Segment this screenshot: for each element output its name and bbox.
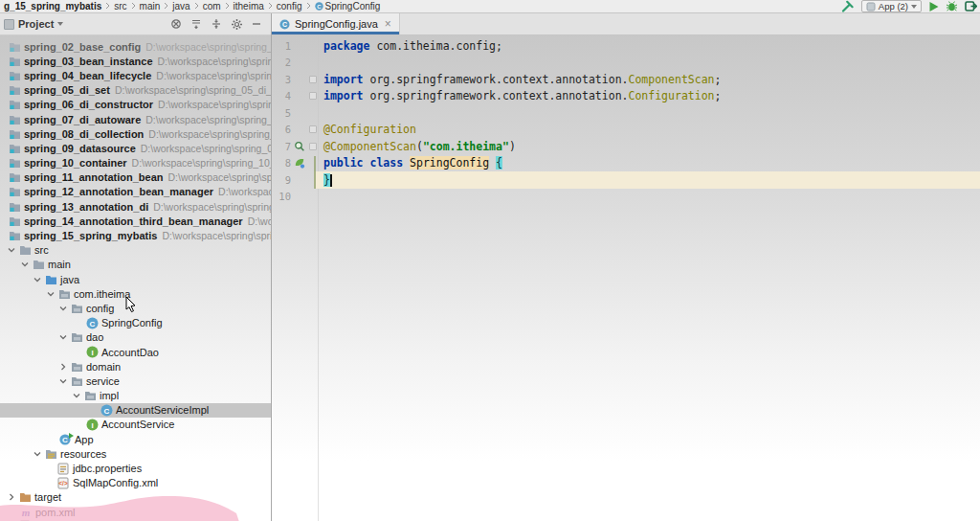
code-line[interactable]: 4import org.springframework.context.anno… (272, 88, 980, 105)
tree-row[interactable]: spring_11_annotation_beanD:\workspace\sp… (0, 170, 271, 185)
tree-row[interactable]: spring_06_di_constructorD:\workspace\spr… (0, 98, 271, 112)
tree-row[interactable]: CSpringConfig (0, 316, 271, 330)
tree-item-label: pom.xml (35, 507, 76, 518)
tree-row[interactable]: IAccountDao (0, 345, 271, 359)
tree-row[interactable]: spring_03_bean_instanceD:\workspace\spri… (0, 54, 271, 68)
tree-row[interactable]: main (0, 258, 271, 272)
tree-row[interactable]: spring_07_di_autowareD:\workspace\spring… (0, 112, 271, 126)
tree-row[interactable]: resources (0, 446, 271, 461)
code-text: public class SpringConfig { (318, 156, 502, 170)
chevron-down-icon[interactable] (33, 449, 45, 459)
breadcrumb-item[interactable]: config (276, 1, 303, 11)
tree-row[interactable]: mpom.xml (0, 505, 271, 519)
close-icon[interactable]: × (383, 18, 391, 30)
hide-panel-button[interactable] (252, 19, 261, 29)
line-number: 9 (272, 174, 291, 186)
tree-row[interactable]: </>SqlMapConfig.xml (0, 476, 271, 490)
breadcrumb-item[interactable]: java (171, 1, 190, 11)
chevron-down-icon[interactable] (72, 391, 84, 400)
chevron-right-icon[interactable] (58, 362, 71, 372)
module-icon (9, 157, 24, 169)
class-icon: C (100, 404, 116, 417)
tab-springconfig-java[interactable]: C SpringConfig.java × (272, 13, 400, 34)
tree-item-label: target (34, 491, 61, 503)
tree-row[interactable]: spring_04_bean_lifecycleD:\workspace\spr… (0, 68, 271, 82)
chevron-down-icon[interactable] (7, 245, 19, 255)
code-line[interactable]: 8public class SpringConfig { (272, 155, 980, 172)
locate-file-button[interactable] (170, 18, 182, 30)
chevron-down-icon[interactable] (58, 332, 71, 342)
tree-row[interactable]: src (0, 243, 271, 258)
tree-row[interactable]: dao (0, 330, 271, 345)
chevron-down-icon[interactable] (58, 304, 71, 313)
tree-row[interactable]: target (0, 490, 271, 505)
tree-row[interactable]: spring_14_annotation_third_bean_managerD… (0, 214, 271, 228)
breadcrumb-item[interactable]: CSpringConfig (314, 1, 382, 11)
breadcrumb-item[interactable]: main (139, 1, 162, 11)
app-config-icon (866, 2, 876, 11)
tree-row[interactable]: spring_10_containerD:\workspace\spring\s… (0, 156, 271, 170)
project-tree: spring_02_base_configD:\workspace\spring… (0, 39, 271, 521)
tree-row[interactable]: java (0, 272, 271, 286)
tree-row[interactable]: spring_05_di_setD:\workspace\spring\spri… (0, 83, 271, 98)
target-icon (19, 491, 34, 503)
chevron-down-icon[interactable] (58, 376, 71, 386)
code-editor[interactable]: 1package com.itheima.config;23import org… (272, 35, 980, 521)
chevron-right-icon[interactable] (7, 492, 19, 502)
debug-button[interactable] (946, 0, 958, 12)
breadcrumb-label: main (140, 1, 161, 11)
module-icon (9, 99, 24, 110)
run-button[interactable] (928, 0, 939, 12)
tree-item-label: config (86, 303, 114, 314)
breadcrumb-item[interactable]: g_15_spring_mybatis (3, 1, 102, 11)
code-line[interactable]: 2 (272, 55, 980, 72)
tree-row[interactable]: IAccountService (0, 418, 271, 432)
tree-item-path: D:\workspace\spring\spring (162, 230, 271, 241)
tree-row[interactable]: spring_15_spring_mybatisD:\workspace\spr… (0, 228, 271, 242)
project-panel-header: Project (0, 13, 271, 35)
tree-row[interactable]: jdbc.properties (0, 461, 271, 475)
tree-row[interactable]: CAccountServiceImpl (0, 403, 271, 418)
tree-row[interactable]: spring_08_di_collectionD:\workspace\spri… (0, 126, 271, 141)
collapse-all-button[interactable] (211, 18, 222, 30)
tree-row[interactable]: domain (0, 359, 271, 374)
tree-item-label: spring_12_annotation_bean_manager (24, 186, 213, 197)
chevron-down-icon[interactable] (33, 275, 45, 284)
tree-row[interactable]: CApp (0, 432, 271, 446)
code-line[interactable]: 7@ComponentScan("com.itheima") (272, 138, 980, 155)
build-hammer-icon[interactable] (841, 0, 855, 12)
code-line[interactable]: 1package com.itheima.config; (272, 37, 980, 55)
coverage-button[interactable] (965, 0, 977, 12)
tree-row[interactable]: com.itheima (0, 286, 271, 301)
code-text: import org.springframework.context.annot… (318, 73, 721, 86)
code-line[interactable]: 6@Configuration (272, 122, 980, 139)
text-caret (330, 174, 332, 187)
main-split: Project (0, 13, 980, 521)
project-panel: Project (0, 13, 272, 521)
run-configuration-select[interactable]: App (2) (861, 0, 922, 12)
breadcrumb-separator-icon (131, 2, 136, 11)
tree-row[interactable]: spring_13_annotation_diD:\workspace\spri… (0, 199, 271, 214)
interface-icon: I (86, 346, 101, 358)
code-line[interactable]: 9} (272, 171, 980, 189)
chevron-down-icon[interactable] (20, 260, 33, 269)
tree-row[interactable]: service (0, 374, 271, 388)
code-line[interactable]: 3import org.springframework.context.anno… (272, 71, 980, 88)
gear-icon[interactable] (231, 18, 243, 31)
breadcrumb-item[interactable]: com (202, 1, 222, 11)
expand-all-button[interactable] (190, 18, 202, 30)
project-title-dropdown[interactable]: Project (18, 18, 63, 30)
tree-row[interactable]: impl (0, 389, 271, 403)
breadcrumb-item[interactable]: src (113, 1, 127, 11)
chevron-down-icon[interactable] (46, 289, 58, 299)
tree-row[interactable]: spring_09_datasourceD:\workspace\spring\… (0, 141, 271, 155)
project-title: Project (18, 18, 54, 30)
tree-row[interactable]: spring_12_annotation_bean_managerD:\work… (0, 185, 271, 199)
code-line[interactable]: 5 (272, 104, 980, 122)
tree-row[interactable]: config (0, 301, 271, 315)
tree-row[interactable]: spring_02_base_configD:\workspace\spring… (0, 39, 271, 54)
tree-item-path: D:\workspace\spring\spring_09_ (141, 143, 271, 154)
code-line[interactable]: 10 (272, 189, 980, 206)
breadcrumb-item[interactable]: itheima (233, 1, 265, 11)
tree-item-label: spring_10_container (24, 157, 127, 169)
